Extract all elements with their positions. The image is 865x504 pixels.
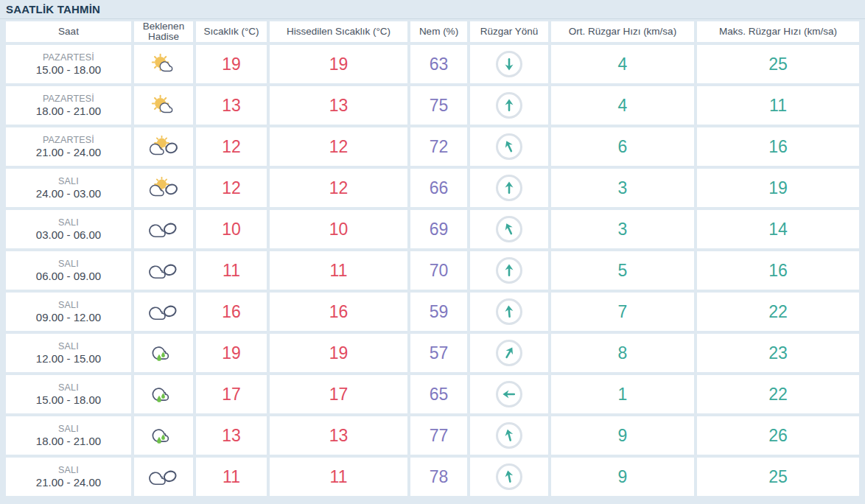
wind-direction-icon	[496, 340, 522, 366]
humidity-value: 69	[410, 210, 467, 248]
weather-cell	[134, 251, 193, 290]
temperature-value: 11	[196, 251, 267, 290]
wind-direction-icon	[496, 422, 522, 449]
time-cell: PAZARTESİ 15.00 - 18.00	[6, 45, 131, 83]
wind-direction-cell	[470, 45, 548, 83]
time-cell: SALI 15.00 - 18.00	[6, 375, 131, 413]
weather-icon	[147, 136, 181, 158]
day-label: PAZARTESİ	[43, 52, 94, 63]
time-range-label: 18.00 - 21.00	[36, 435, 101, 447]
weather-icon	[147, 53, 181, 75]
max-wind-value: 19	[697, 169, 859, 207]
weather-cell	[134, 334, 193, 372]
forecast-row: SALI 21.00 - 24.00 11 11 78 9 25	[6, 458, 859, 496]
wind-direction-icon	[496, 133, 522, 160]
forecast-row: SALI 03.00 - 06.00 10 10 69 3 14	[6, 210, 859, 248]
time-range-label: 21.00 - 24.00	[36, 146, 101, 158]
forecast-row: SALI 24.00 - 03.00 12 12 66 3 19	[6, 169, 859, 207]
feels-like-value: 12	[270, 127, 407, 166]
wind-direction-icon	[496, 298, 522, 325]
weather-cell	[134, 86, 193, 125]
avg-wind-value: 1	[551, 375, 694, 413]
feels-like-value: 17	[270, 375, 407, 413]
avg-wind-value: 9	[551, 458, 694, 496]
avg-wind-value: 8	[551, 334, 694, 372]
column-header-nem: Nem (%)	[410, 21, 467, 42]
wind-direction-cell	[470, 86, 548, 125]
temperature-value: 12	[196, 169, 267, 207]
time-cell: SALI 18.00 - 21.00	[6, 416, 131, 455]
weather-icon	[147, 259, 181, 281]
feels-like-value: 11	[270, 251, 407, 290]
wind-direction-icon	[496, 381, 522, 407]
forecast-table: Saat Beklenen Hadise Sıcaklık (°C) Hisse…	[0, 19, 865, 496]
weather-cell	[134, 293, 193, 331]
weather-icon	[147, 342, 181, 364]
temperature-value: 17	[196, 375, 267, 413]
column-header-beklenen-hadise: Beklenen Hadise	[134, 21, 193, 42]
feels-like-value: 19	[270, 334, 407, 372]
day-label: SALI	[58, 300, 79, 310]
page-title: SAATLİK TAHMİN	[0, 0, 865, 19]
wind-direction-icon	[496, 257, 522, 284]
max-wind-value: 11	[697, 86, 859, 125]
time-cell: SALI 12.00 - 15.00	[6, 334, 131, 372]
temperature-value: 13	[196, 416, 267, 455]
day-label: PAZARTESİ	[43, 135, 94, 145]
forecast-row: SALI 12.00 - 15.00 19 19 57 8 23	[6, 334, 859, 372]
column-header-ruzgar-yonu: Rüzgar Yönü	[470, 21, 548, 42]
weather-cell	[134, 210, 193, 248]
wind-direction-cell	[470, 458, 548, 496]
time-range-label: 15.00 - 18.00	[36, 393, 101, 406]
feels-like-value: 10	[270, 210, 407, 248]
feels-like-value: 16	[270, 293, 407, 331]
humidity-value: 70	[410, 251, 467, 290]
day-label: SALI	[58, 424, 79, 434]
time-range-label: 12.00 - 15.00	[36, 352, 101, 365]
time-range-label: 18.00 - 21.00	[36, 105, 101, 117]
max-wind-value: 14	[697, 210, 859, 248]
wind-direction-icon	[496, 175, 522, 201]
column-header-ort-ruzgar-hizi: Ort. Rüzgar Hızı (km/sa)	[551, 21, 694, 42]
time-cell: SALI 03.00 - 06.00	[6, 210, 131, 248]
forecast-row: PAZARTESİ 21.00 - 24.00 12 12 72 6 16	[6, 127, 859, 166]
column-header-maks-ruzgar-hizi: Maks. Rüzgar Hızı (km/sa)	[697, 21, 859, 42]
humidity-value: 63	[410, 45, 467, 83]
weather-cell	[134, 375, 193, 413]
day-label: SALI	[58, 176, 79, 186]
forecast-row: PAZARTESİ 15.00 - 18.00 19 19 63 4 25	[6, 45, 859, 83]
humidity-value: 72	[410, 127, 467, 166]
feels-like-value: 13	[270, 416, 407, 455]
wind-direction-cell	[470, 210, 548, 248]
forecast-row: SALI 06.00 - 09.00 11 11 70 5 16	[6, 251, 859, 290]
column-header-sicaklik: Sıcaklık (°C)	[196, 21, 267, 42]
humidity-value: 77	[410, 416, 467, 455]
avg-wind-value: 7	[551, 293, 694, 331]
weather-cell	[134, 127, 193, 166]
forecast-row: PAZARTESİ 18.00 - 21.00 13 13 75 4 11	[6, 86, 859, 125]
column-header-hissedilen-sicaklik: Hissedilen Sıcaklık (°C)	[270, 21, 407, 42]
time-cell: SALI 09.00 - 12.00	[6, 293, 131, 331]
max-wind-value: 23	[697, 334, 859, 372]
weather-icon	[147, 94, 181, 116]
humidity-value: 59	[410, 293, 467, 331]
time-cell: SALI 06.00 - 09.00	[6, 251, 131, 290]
forecast-row: SALI 18.00 - 21.00 13 13 77 9 26	[6, 416, 859, 455]
weather-cell	[134, 416, 193, 455]
time-range-label: 09.00 - 12.00	[36, 311, 101, 323]
avg-wind-value: 4	[551, 45, 694, 83]
wind-direction-icon	[496, 216, 522, 242]
wind-direction-cell	[470, 375, 548, 413]
day-label: SALI	[58, 382, 79, 393]
time-cell: PAZARTESİ 21.00 - 24.00	[6, 127, 131, 166]
temperature-value: 16	[196, 293, 267, 331]
weather-icon	[147, 466, 181, 488]
time-range-label: 03.00 - 06.00	[36, 228, 101, 241]
avg-wind-value: 3	[551, 210, 694, 248]
humidity-value: 66	[410, 169, 467, 207]
humidity-value: 78	[410, 458, 467, 496]
day-label: SALI	[58, 465, 79, 475]
avg-wind-value: 4	[551, 86, 694, 125]
weather-cell	[134, 169, 193, 207]
avg-wind-value: 9	[551, 416, 694, 455]
